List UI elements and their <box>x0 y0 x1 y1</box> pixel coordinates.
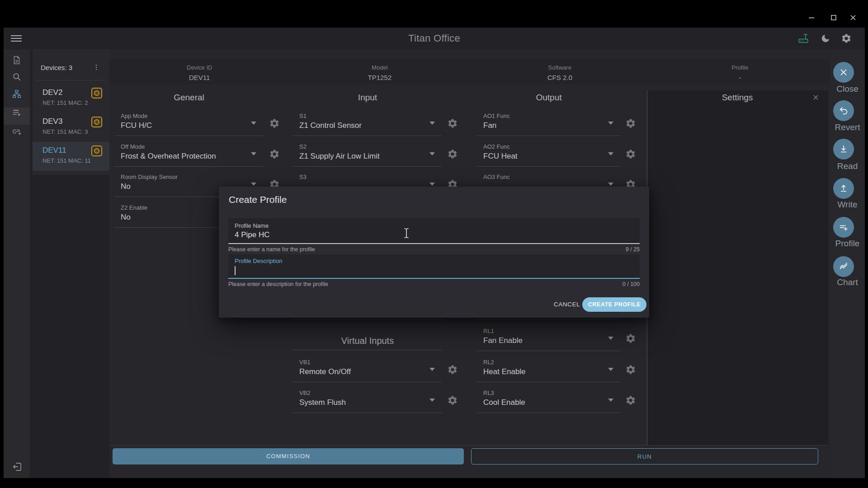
divider <box>293 350 442 350</box>
document-icon[interactable] <box>12 55 22 65</box>
profile-description-input[interactable]: Profile Description <box>228 254 640 279</box>
controller-badge-icon <box>91 117 102 127</box>
device-row-dev3[interactable]: DEV3 NET: 151 MAC: 3 <box>33 113 109 142</box>
create-profile-dialog: Create Profile Profile Name 4 Pipe HC Pl… <box>219 187 649 318</box>
device-count-header: Devices: 3 <box>41 64 72 71</box>
settings-close-icon[interactable] <box>812 94 820 101</box>
profile-name-value: 4 Pipe HC <box>235 230 269 239</box>
gear-icon[interactable] <box>447 364 458 375</box>
chevron-down-icon <box>608 122 613 125</box>
profile-label: Profile <box>830 239 865 249</box>
controller-badge-icon <box>91 88 102 99</box>
chevron-down-icon <box>608 399 613 402</box>
revert-label: Revert <box>830 122 865 132</box>
exit-icon[interactable] <box>12 461 22 471</box>
text-caret <box>235 266 236 275</box>
section-title-input: Input <box>293 93 442 103</box>
gear-icon[interactable] <box>625 333 636 344</box>
section-title-settings: Settings <box>647 93 828 103</box>
gear-icon[interactable] <box>447 149 458 160</box>
read-button[interactable] <box>833 139 854 160</box>
field-rl1[interactable]: RL1 Fan Enable <box>477 324 621 351</box>
moon-icon[interactable] <box>821 33 830 43</box>
chevron-down-icon <box>608 183 613 186</box>
app-bar: Titan Office <box>4 28 865 49</box>
summary-profile: Profile - <box>650 60 830 84</box>
gear-icon[interactable] <box>447 395 458 406</box>
link-add-icon[interactable] <box>12 127 22 136</box>
device-name: DEV11 <box>42 146 66 155</box>
field-s2[interactable]: S2 Z1 Supply Air Low Limit <box>293 139 442 167</box>
chevron-down-icon <box>251 122 256 125</box>
virtual-inputs-title: Virtual Inputs <box>293 336 442 346</box>
profile-button[interactable] <box>833 217 854 238</box>
chevron-down-icon <box>251 152 256 155</box>
chevron-down-icon <box>429 122 435 125</box>
divider <box>477 319 621 319</box>
divider <box>293 319 442 319</box>
controller-badge-icon <box>91 145 102 156</box>
section-title-general: General <box>114 93 264 103</box>
search-icon[interactable] <box>12 72 22 82</box>
router-icon[interactable] <box>797 33 809 44</box>
window-maximize-button[interactable] <box>830 14 838 22</box>
field-ao1-func[interactable]: AO1 Func Fan <box>477 108 621 136</box>
field-rl3[interactable]: RL3 Cool Enable <box>477 385 621 413</box>
device-row-dev2[interactable]: DEV2 NET: 151 MAC: 2 <box>33 84 109 113</box>
window-minimize-button[interactable] <box>807 14 816 22</box>
gear-icon[interactable] <box>269 118 280 129</box>
app-title: Titan Office <box>4 33 865 44</box>
divider <box>109 445 828 446</box>
profile-name-input[interactable]: Profile Name 4 Pipe HC <box>228 218 640 244</box>
app-window: Titan Office Devices: 3 DEV2 NET: 151 MA… <box>4 28 865 478</box>
device-detail: NET: 151 MAC: 3 <box>42 128 88 135</box>
kebab-menu-icon[interactable] <box>93 64 100 71</box>
dialog-title: Create Profile <box>229 194 287 205</box>
close-label: Close <box>830 84 865 94</box>
settings-panel <box>647 90 828 445</box>
chevron-down-icon <box>608 337 613 340</box>
gear-icon[interactable] <box>625 118 636 129</box>
read-label: Read <box>830 161 865 171</box>
chevron-down-icon <box>429 399 435 402</box>
commission-button[interactable]: COMMISSION <box>113 448 464 465</box>
list-play-icon[interactable] <box>12 108 22 117</box>
gear-icon[interactable] <box>625 149 636 160</box>
field-vb1[interactable]: VB1 Remote On/Off <box>293 355 442 382</box>
gear-icon[interactable] <box>625 395 636 406</box>
profile-name-label: Profile Name <box>235 222 269 229</box>
device-summary-strip: Device ID DEV11 Model TP1252 Software CF… <box>109 60 830 84</box>
create-profile-button[interactable]: CREATE PROFILE <box>582 297 646 312</box>
run-button[interactable]: RUN <box>471 448 818 465</box>
field-off-mode[interactable]: Off Mode Frost & Overheat Protection <box>114 139 264 167</box>
field-vb2[interactable]: VB2 System Flush <box>293 385 442 413</box>
section-title-output: Output <box>477 93 621 103</box>
chevron-down-icon <box>608 368 613 371</box>
summary-software: Software CFS 2.0 <box>470 60 650 84</box>
window-close-button[interactable] <box>849 14 857 22</box>
device-row-dev11-selected[interactable]: DEV11 NET: 151 MAC: 11 <box>33 142 109 171</box>
divider <box>36 80 106 80</box>
field-ao2-func[interactable]: AO2 Func FCU Heat <box>477 139 621 167</box>
summary-device-id: Device ID DEV11 <box>109 60 290 84</box>
field-s1[interactable]: S1 Z1 Control Sensor <box>293 108 442 136</box>
screen: Titan Office Devices: 3 DEV2 NET: 151 MA… <box>0 0 868 488</box>
profile-name-helper: Please enter a name for the profile 9 / … <box>228 246 640 253</box>
chart-button[interactable] <box>833 256 854 277</box>
device-detail: NET: 151 MAC: 2 <box>42 99 88 106</box>
chevron-down-icon <box>429 183 435 186</box>
gear-icon[interactable] <box>447 118 458 129</box>
close-button[interactable] <box>833 62 854 83</box>
chevron-down-icon <box>429 368 435 371</box>
gear-icon[interactable] <box>841 33 852 44</box>
network-icon[interactable] <box>12 89 22 99</box>
device-detail: NET: 151 MAC: 11 <box>42 157 91 164</box>
field-app-mode[interactable]: App Mode FCU H/C <box>114 108 264 136</box>
gear-icon[interactable] <box>625 364 636 375</box>
field-rl2[interactable]: RL2 Heat Enable <box>477 355 621 382</box>
gear-icon[interactable] <box>269 149 280 160</box>
summary-model: Model TP1252 <box>290 60 470 84</box>
device-name: DEV3 <box>42 117 62 126</box>
write-button[interactable] <box>833 178 854 199</box>
revert-button[interactable] <box>833 100 854 121</box>
